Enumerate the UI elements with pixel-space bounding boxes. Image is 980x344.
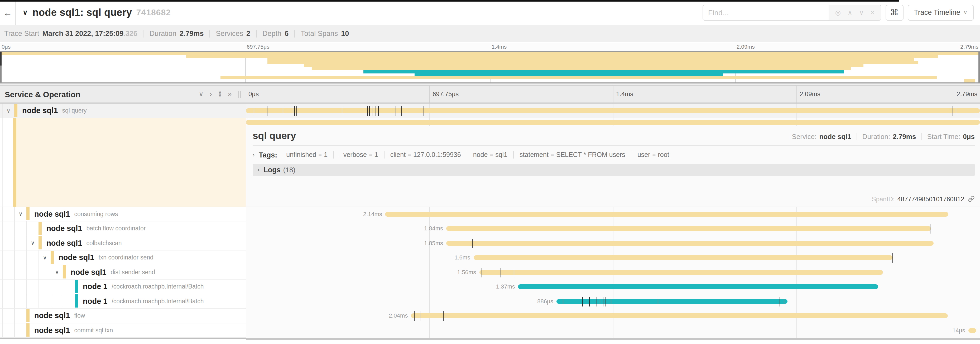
collapse-all-icon[interactable]: ∨∨ (218, 91, 221, 97)
prev-result-icon[interactable]: ∧ (848, 9, 852, 16)
trace-summary-bar: Trace StartMarch 31 2022, 17:25:09.326Du… (0, 25, 980, 42)
detail-meta-value: 0μs (963, 132, 975, 140)
span-bar[interactable] (246, 109, 980, 114)
span-row[interactable]: node sql1commit sql txn14μs (0, 323, 980, 338)
row-collapse-icon[interactable]: ∨ (19, 211, 23, 217)
span-bar-cell[interactable]: 1.6ms (246, 250, 980, 265)
log-marker-tick (953, 106, 953, 116)
summary-item: Trace StartMarch 31 2022, 17:25:09.326 (4, 30, 137, 37)
log-marker-tick (582, 297, 582, 306)
span-bar-cell[interactable]: 1.37ms (246, 280, 980, 294)
tags-row[interactable]: ›Tags:_unfinished=1_verbose=1client=127.… (253, 151, 975, 159)
minimap-row (0, 58, 980, 61)
minimap-span-bar (267, 58, 914, 61)
indent-guide (38, 280, 51, 294)
span-bar[interactable] (479, 270, 883, 275)
minimap-canvas[interactable] (0, 51, 980, 83)
span-name-cell[interactable]: ∨node sql1sql query (0, 104, 246, 118)
operation-name: /cockroach.roachpb.Internal/Batch (111, 283, 204, 290)
copy-link-icon[interactable] (968, 195, 975, 202)
column-divider[interactable] (246, 86, 246, 344)
row-collapse-icon[interactable]: ∨ (43, 255, 47, 261)
span-bar-cell[interactable]: 1.85ms (246, 236, 980, 250)
detail-meta-value: 2.79ms (893, 132, 916, 140)
expand-all-icon[interactable]: » (228, 90, 232, 98)
timeline-bottom-scrollbar[interactable] (246, 338, 980, 340)
span-detail-name-cell[interactable] (0, 118, 246, 207)
indent-guide (14, 250, 26, 264)
indent-guide (2, 309, 14, 323)
trace-id: 7418682 (136, 8, 171, 17)
axis-tick-cell: 1.4ms (613, 86, 797, 102)
indent-guide (26, 250, 38, 264)
span-row[interactable]: node 1/cockroach.roachpb.Internal/Batch1… (0, 280, 980, 294)
next-result-icon[interactable]: ∨ (859, 9, 864, 16)
span-name-cell[interactable]: node sql1flow (0, 309, 246, 323)
view-selector-button[interactable]: Trace Timeline ∨ (907, 5, 974, 20)
minimap-row (0, 67, 980, 70)
column-resize-grip[interactable] (238, 91, 241, 98)
indent-guide (2, 265, 14, 279)
span-row[interactable]: ∨node sql1consuming rows2.14ms (0, 207, 980, 221)
span-bar-cell[interactable] (246, 104, 980, 118)
find-group: ◎ ∧ ∨ × (702, 5, 881, 20)
span-duration-label: 1.56ms (457, 265, 476, 280)
minimap-scrubber-handle[interactable] (0, 52, 2, 66)
span-bar-cell[interactable]: 1.84ms (246, 221, 980, 236)
span-name-cell[interactable]: ∨node sql1txn coordinator send (0, 250, 246, 265)
log-marker-tick (482, 268, 482, 277)
span-name-cell[interactable]: node sql1commit sql txn (0, 323, 246, 338)
row-collapse-icon[interactable]: ∨ (55, 269, 59, 275)
span-bar[interactable] (385, 212, 948, 217)
indent-guide (2, 294, 14, 308)
page-title: node sql1: sql query (32, 6, 132, 18)
expand-one-icon[interactable]: › (210, 90, 212, 98)
log-marker-tick (282, 106, 283, 116)
span-row[interactable]: ∨node sql1colbatchscan1.85ms (0, 236, 980, 250)
window-top-edge (0, 0, 899, 2)
tag-item: node=sql1 (473, 151, 514, 158)
row-collapse-icon[interactable]: ∨ (6, 108, 11, 114)
axis-tick-label: 2.79ms (956, 90, 977, 98)
span-name-cell[interactable]: node sql1batch flow coordinator (0, 221, 246, 236)
collapse-one-icon[interactable]: ∨ (199, 90, 204, 98)
span-bar-cell[interactable]: 14μs (246, 323, 980, 338)
span-row[interactable]: node 1/cockroach.roachpb.Internal/Batch8… (0, 294, 980, 309)
logs-toggle[interactable]: ›Logs(18) (253, 163, 975, 176)
selected-span-bar-row[interactable] (246, 118, 980, 126)
span-bar-cell[interactable]: 2.14ms (246, 207, 980, 221)
minimap-right-edge[interactable] (978, 52, 980, 82)
span-bar[interactable] (518, 285, 878, 289)
span-name-cell[interactable]: ∨node sql1colbatchscan (0, 236, 246, 250)
span-bar[interactable] (411, 314, 948, 318)
indent-guide (2, 280, 14, 294)
span-name-cell[interactable]: ∨node sql1dist sender send (0, 265, 246, 280)
locate-icon[interactable]: ◎ (835, 9, 841, 16)
collapse-trace-icon[interactable]: ∨ (23, 8, 28, 16)
span-row[interactable]: ∨node sql1sql query (0, 104, 980, 118)
span-bar-cell[interactable]: 886μs (246, 294, 980, 309)
clear-search-icon[interactable]: × (870, 9, 874, 16)
span-row[interactable]: node sql1flow2.04ms (0, 309, 980, 323)
span-name-cell[interactable]: ∨node sql1consuming rows (0, 207, 246, 221)
span-bar[interactable] (446, 226, 931, 231)
selected-span-bar[interactable] (246, 120, 980, 125)
row-collapse-icon[interactable]: ∨ (31, 240, 35, 246)
indent-guide (14, 265, 26, 279)
span-name-cell[interactable]: node 1/cockroach.roachpb.Internal/Batch (0, 280, 246, 294)
span-name-cell[interactable]: node 1/cockroach.roachpb.Internal/Batch (0, 294, 246, 309)
span-bar-cell[interactable]: 1.56ms (246, 265, 980, 280)
operation-name: /cockroach.roachpb.Internal/Batch (111, 298, 204, 304)
span-row[interactable]: ∨node sql1txn coordinator send1.6ms (0, 250, 980, 265)
span-bar-cell[interactable]: 2.04ms (246, 309, 980, 323)
span-bar[interactable] (446, 241, 934, 246)
span-bar[interactable] (968, 328, 976, 333)
span-row[interactable]: ∨node sql1dist sender send1.56ms (0, 265, 980, 280)
span-bar[interactable] (473, 256, 893, 260)
back-button[interactable]: ← (0, 0, 16, 25)
span-row[interactable]: node sql1batch flow coordinator1.84ms (0, 221, 980, 236)
span-bar[interactable] (557, 299, 788, 304)
find-input[interactable] (703, 5, 828, 20)
keyboard-shortcuts-button[interactable]: ⌘ (885, 5, 903, 20)
summary-value-suffix: .326 (123, 30, 137, 37)
